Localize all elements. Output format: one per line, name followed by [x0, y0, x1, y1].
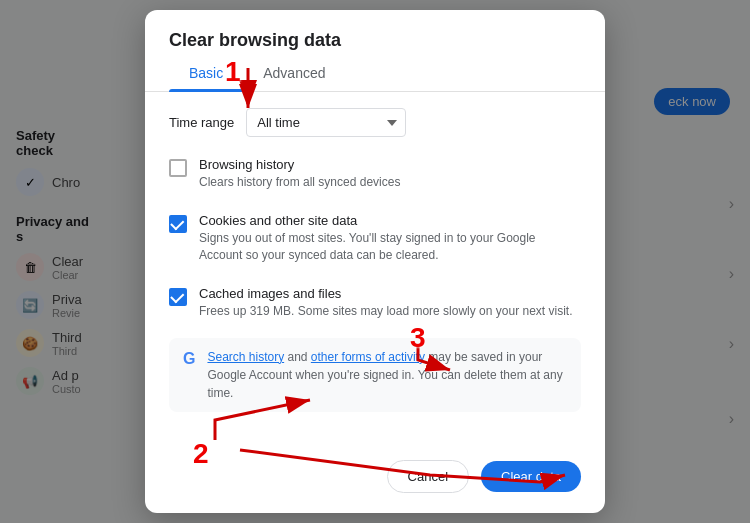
search-history-link[interactable]: Search history: [207, 350, 284, 364]
cached-checkbox[interactable]: [169, 288, 187, 306]
modal-overlay: Clear browsing data Basic Advanced Time …: [0, 0, 750, 523]
tab-advanced[interactable]: Advanced: [243, 55, 345, 91]
cached-subtitle: Frees up 319 MB. Some sites may load mor…: [199, 303, 581, 320]
cookies-checkbox[interactable]: [169, 215, 187, 233]
clear-browsing-data-dialog: Clear browsing data Basic Advanced Time …: [145, 10, 605, 512]
cancel-button[interactable]: Cancel: [387, 460, 469, 493]
cookies-item: Cookies and other site data Signs you ou…: [169, 209, 581, 268]
cached-item: Cached images and files Frees up 319 MB.…: [169, 282, 581, 324]
google-logo: G: [183, 349, 195, 370]
cached-title: Cached images and files: [199, 286, 581, 301]
tab-basic[interactable]: Basic: [169, 55, 243, 91]
google-info-text: Search history and other forms of activi…: [207, 348, 567, 402]
dialog-body: Time range All time Last hour Last 24 ho…: [145, 108, 605, 447]
dialog-title: Clear browsing data: [145, 10, 605, 51]
other-forms-link[interactable]: other forms of activity: [311, 350, 425, 364]
browsing-history-subtitle: Clears history from all synced devices: [199, 174, 581, 191]
time-range-row: Time range All time Last hour Last 24 ho…: [169, 108, 581, 137]
time-range-label: Time range: [169, 115, 234, 130]
dialog-tabs: Basic Advanced: [145, 55, 605, 92]
cookies-subtitle: Signs you out of most sites. You'll stay…: [199, 230, 581, 264]
time-range-select[interactable]: All time Last hour Last 24 hours Last 7 …: [246, 108, 406, 137]
browsing-history-item: Browsing history Clears history from all…: [169, 153, 581, 195]
dialog-footer: Cancel Clear data: [145, 448, 605, 513]
cookies-title: Cookies and other site data: [199, 213, 581, 228]
browsing-history-checkbox[interactable]: [169, 159, 187, 177]
clear-data-button[interactable]: Clear data: [481, 461, 581, 492]
google-info-box: G Search history and other forms of acti…: [169, 338, 581, 412]
browsing-history-title: Browsing history: [199, 157, 581, 172]
